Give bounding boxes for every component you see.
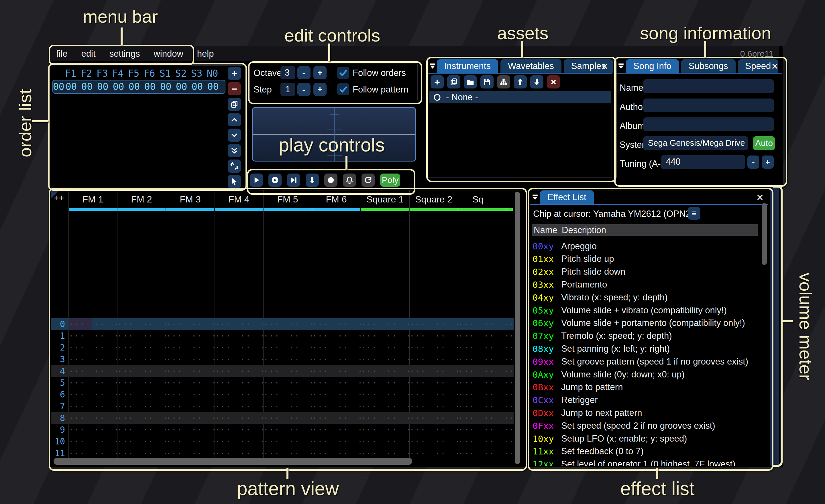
pattern-cell[interactable]: ··· ·· ·· ··· (215, 389, 263, 400)
duplicate-order-button[interactable] (228, 98, 241, 111)
pattern-cell[interactable]: ··· ·· ·· ··· (409, 353, 458, 365)
pattern-cell[interactable]: ··· ·· ·· ··· (264, 318, 312, 330)
order-cell[interactable]: 00 (158, 81, 173, 92)
pattern-cell[interactable]: ··· ·· ·· ··· (312, 377, 361, 389)
repeat-pattern-button[interactable] (362, 174, 375, 187)
pattern-cell[interactable]: ··· ·· ·· ··· (361, 400, 409, 412)
move-order-up-button[interactable] (228, 113, 241, 126)
pattern-cell[interactable]: ··· ·· ·· ··· (409, 330, 458, 342)
step-plus-button[interactable]: + (313, 83, 326, 96)
pattern-cell[interactable]: ··· ·· ·· ··· (361, 318, 409, 330)
collapse-icon[interactable] (616, 59, 626, 73)
pattern-cell[interactable]: ··· ·· ·· ··· (264, 435, 312, 447)
system-select[interactable]: Sega Genesis/Mega Drive (644, 136, 748, 150)
pattern-cell[interactable]: ··· ·· ·· ··· (409, 400, 458, 412)
pattern-cell[interactable]: ··· ·· ·· ··· (361, 353, 409, 365)
pattern-cell[interactable]: ··· ·· ·· ··· (264, 412, 312, 424)
effect-list-row[interactable]: 10xySetup LFO (x: enable; y: speed) (532, 432, 762, 445)
pattern-cell[interactable]: ··· ·· ·· ··· (166, 353, 215, 365)
pattern-cell[interactable]: ··· ·· ·· ··· (166, 447, 215, 459)
effect-list-row[interactable]: 0AxyVolume slide (0y: down; x0: up) (532, 368, 762, 381)
pattern-cell[interactable]: ··· ·· ·· ··· (409, 447, 458, 459)
pattern-cell[interactable]: ··· ·· ·· ··· (166, 389, 215, 400)
channel-header-sq[interactable]: Sq (458, 190, 522, 208)
song-album-input[interactable] (644, 117, 774, 131)
pattern-cell[interactable]: ··· ·· ·· ··· (361, 377, 409, 389)
pattern-cell[interactable]: ··· ·· ·· ··· (409, 412, 458, 424)
follow-orders-checkbox[interactable] (337, 67, 349, 79)
pattern-cell[interactable]: ··· ·· ·· ··· (312, 400, 361, 412)
pattern-cell[interactable]: ··· ·· ·· ··· (458, 412, 514, 424)
pattern-cell[interactable]: ··· ·· ·· ··· (312, 435, 361, 447)
effect-list-scrollbar[interactable] (762, 203, 767, 265)
pattern-cell[interactable]: ··· ·· ·· ··· (361, 424, 409, 435)
song-author-input[interactable] (644, 98, 774, 112)
pattern-cell[interactable]: ··· ·· ·· ··· (166, 435, 215, 447)
poly-button[interactable]: Poly (380, 174, 400, 187)
pattern-cell[interactable]: ··· ·· ·· ··· (166, 365, 215, 377)
octave-input[interactable]: 3 (281, 66, 295, 79)
pattern-cell[interactable]: ··· ·· ·· ··· (69, 377, 117, 389)
pattern-cell[interactable]: ··· ·· ·· ··· (361, 342, 409, 353)
remove-order-button[interactable]: − (228, 82, 241, 95)
pattern-cell[interactable]: ··· ·· ·· ··· (215, 377, 263, 389)
pattern-cell[interactable]: ··· ·· ·· ··· (264, 377, 312, 389)
pattern-cell[interactable]: ··· ·· ·· ··· (409, 389, 458, 400)
pattern-cell[interactable]: ··· ·· ·· ··· (458, 377, 514, 389)
tab-effect-list[interactable]: Effect List (540, 190, 594, 204)
pattern-cell[interactable]: ··· ·· ·· ··· (118, 353, 166, 365)
effect-list-row[interactable]: 12xxSet level of operator 1 (0 highest, … (532, 458, 762, 466)
pattern-cell[interactable]: ··· ·· ·· ··· (458, 424, 514, 435)
channel-header-square-2[interactable]: Square 2 (409, 190, 458, 208)
order-cell[interactable]: 00 (205, 81, 221, 92)
effect-list-row[interactable]: 07xyTremolo (x: speed; y: depth) (532, 330, 762, 342)
close-icon[interactable]: × (600, 61, 610, 71)
duplicate-asset-button[interactable] (447, 75, 460, 88)
pattern-cell[interactable]: ··· ·· ·· ··· (215, 330, 263, 342)
effect-list-row[interactable]: 04xyVibrato (x: speed; y: depth) (532, 291, 762, 304)
effect-list-row[interactable]: 0FxxSet speed (speed 2 if no grooves exi… (532, 419, 762, 432)
pattern-cell[interactable]: ··· ·· ·· ··· (166, 318, 215, 330)
effect-list-row[interactable]: 05xyVolume slide + vibrato (compatibilit… (532, 304, 762, 317)
order-row[interactable]: 0000000000000000000000 (53, 80, 225, 94)
order-cell[interactable]: 00 (95, 81, 110, 92)
menu-item-edit[interactable]: edit (74, 47, 102, 61)
pattern-cell[interactable]: ··· ·· ·· ··· (458, 330, 514, 342)
toggle-folders-button[interactable] (497, 75, 510, 88)
pattern-cell[interactable]: ··· ·· ·· ··· (215, 400, 263, 412)
effect-menu-button[interactable]: ≡ (688, 207, 700, 220)
pattern-cell[interactable]: ··· ·· ·· ··· (118, 342, 166, 353)
menu-item-help[interactable]: help (190, 47, 221, 61)
pattern-cell[interactable]: ··· ·· ·· ··· (69, 342, 117, 353)
order-cell[interactable]: 00 (79, 81, 95, 92)
pattern-cell[interactable]: ··· ·· ·· ··· (166, 330, 215, 342)
channel-header-fm-5[interactable]: FM 5 (263, 190, 312, 208)
pattern-cell[interactable]: ··· ·· ·· ··· (118, 365, 166, 377)
pattern-cell[interactable]: ··· ·· ·· ··· (69, 447, 117, 459)
pattern-cell[interactable]: ··· ·· ·· ··· (118, 377, 166, 389)
channel-header-fm-2[interactable]: FM 2 (117, 190, 166, 208)
pattern-cell[interactable]: ··· ·· ·· ··· (312, 318, 361, 330)
menu-item-settings[interactable]: settings (102, 47, 147, 61)
pattern-cell[interactable]: ··· ·· ·· ··· (264, 353, 312, 365)
pattern-cell[interactable]: ··· ·· ·· ··· (361, 447, 409, 459)
pattern-cell[interactable]: ··· ·· ·· ··· (69, 318, 117, 330)
pattern-cell[interactable]: ··· ·· ·· ··· (312, 412, 361, 424)
move-order-down-button[interactable] (228, 129, 241, 142)
order-edit-mode-button[interactable] (228, 175, 241, 188)
song-name-input[interactable] (644, 79, 774, 93)
pattern-cell[interactable]: ··· ·· ·· ··· (361, 365, 409, 377)
pattern-cell[interactable]: ··· ·· ·· ··· (215, 353, 263, 365)
channel-header-fm-4[interactable]: FM 4 (215, 190, 263, 208)
pattern-cell[interactable]: ··· ·· ·· ··· (118, 435, 166, 447)
pattern-cell[interactable]: ··· ·· ·· ··· (409, 435, 458, 447)
pattern-cell[interactable]: ··· ·· ·· ··· (409, 342, 458, 353)
order-add-at-end-button[interactable] (228, 144, 241, 157)
pattern-cell[interactable]: ··· ·· ·· ··· (458, 435, 514, 447)
pattern-cell[interactable]: ··· ·· ·· ··· (458, 342, 514, 353)
effect-list-row[interactable]: 0DxxJump to next pattern (532, 406, 762, 419)
collapse-icon[interactable] (530, 190, 540, 204)
pattern-cell[interactable]: ··· ·· ·· ··· (312, 353, 361, 365)
tuning-plus-button[interactable]: + (762, 156, 774, 169)
collapse-icon[interactable] (428, 59, 437, 73)
